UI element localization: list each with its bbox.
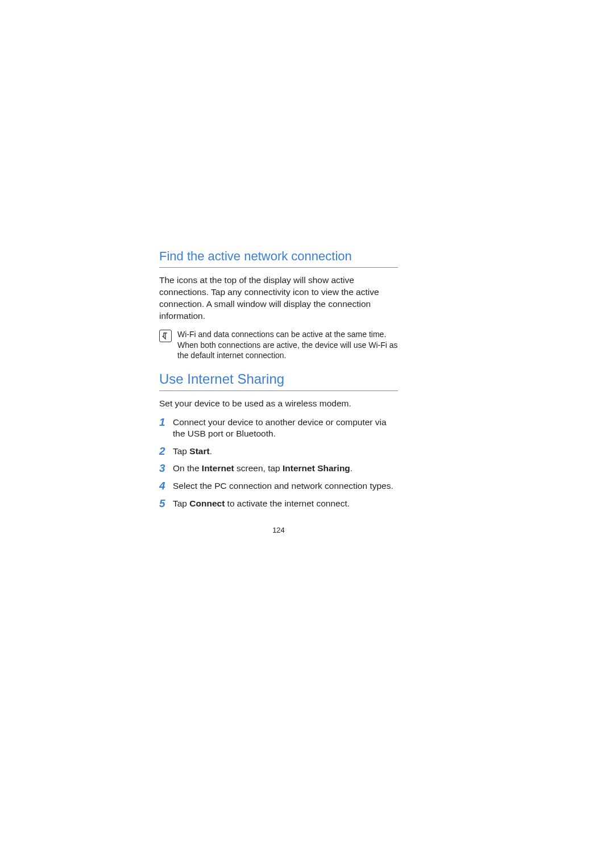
note-text: Wi-Fi and data connections can be active… [177,329,398,362]
step-item: 5 Tap Connect to activate the internet c… [159,498,398,510]
step-item: 2 Tap Start. [159,446,398,458]
step-number: 2 [159,446,173,458]
page-content: Find the active network connection The i… [159,249,398,534]
step-number: 3 [159,463,173,475]
body-text-find-connection: The icons at the top of the display will… [159,275,398,322]
step-number: 4 [159,480,173,492]
step-number: 5 [159,498,173,510]
step-item: 4 Select the PC connection and network c… [159,480,398,492]
note-block: Wi-Fi and data connections can be active… [159,329,398,362]
step-item: 1 Connect your device to another device … [159,417,398,439]
step-text: Select the PC connection and network con… [173,480,393,492]
step-text: Tap Start. [173,446,212,457]
note-icon [159,330,172,342]
body-text-internet-sharing: Set your device to be used as a wireless… [159,398,398,410]
step-text: Connect your device to another device or… [173,417,398,439]
section-heading-internet-sharing: Use Internet Sharing [159,371,398,391]
page-number: 124 [159,526,398,534]
step-number: 1 [159,417,173,429]
step-list: 1 Connect your device to another device … [159,417,398,510]
step-text: On the Internet screen, tap Internet Sha… [173,463,352,474]
step-item: 3 On the Internet screen, tap Internet S… [159,463,398,475]
section-heading-find-connection: Find the active network connection [159,249,398,268]
step-text: Tap Connect to activate the internet con… [173,498,350,509]
